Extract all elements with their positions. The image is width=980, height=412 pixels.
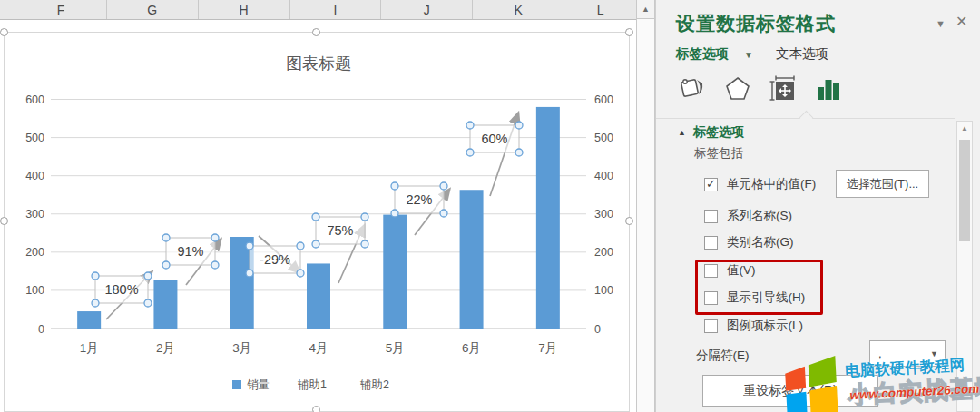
bar-5月[interactable] <box>383 215 407 329</box>
checkbox-icon[interactable]: ✓ <box>704 178 718 191</box>
scroll-up-icon[interactable]: ▲ <box>637 0 654 19</box>
label-handle-60%-0[interactable] <box>466 122 474 129</box>
checkbox-series-name[interactable]: ✓ 系列名称(S) <box>704 208 792 224</box>
column-header-g[interactable]: G <box>107 0 199 19</box>
chart-handle-left-middle[interactable] <box>0 217 8 225</box>
chart-handle-top-center[interactable] <box>312 28 320 36</box>
label-handle-180%-3[interactable] <box>144 299 152 307</box>
label-handle-75%-2[interactable] <box>312 240 319 248</box>
bar-6月[interactable] <box>460 190 484 329</box>
bar-1月[interactable] <box>77 311 101 329</box>
column-header-k[interactable]: K <box>473 0 564 19</box>
data-label-180%[interactable]: 180% <box>104 282 138 297</box>
label-handle--29%-1[interactable] <box>297 242 304 250</box>
label-handle-75%-3[interactable] <box>361 240 368 248</box>
label-handle-91%-3[interactable] <box>211 261 219 269</box>
pane-close-icon[interactable]: ✕ <box>956 13 967 30</box>
label-handle-60%-3[interactable] <box>515 149 523 156</box>
label-handle-75%-0[interactable] <box>312 213 319 221</box>
data-label-91%[interactable]: 91% <box>177 244 203 259</box>
chart-title[interactable]: 图表标题 <box>286 54 351 73</box>
data-label-22%[interactable]: 22% <box>406 192 432 207</box>
label-handle-22%-0[interactable] <box>391 182 398 190</box>
column-header-partial <box>0 0 15 19</box>
label-handle-180%-2[interactable] <box>92 299 99 307</box>
legend-marker-销量 <box>232 380 241 389</box>
separator-label: 分隔符(E) <box>696 348 750 364</box>
checkbox-icon[interactable]: ✓ <box>704 210 718 223</box>
checkbox-icon[interactable]: ✓ <box>704 319 718 333</box>
y-axis-tick-600: 600 <box>25 93 44 106</box>
tab-text-options[interactable]: 文本选项 <box>776 45 828 63</box>
scroll-up-icon[interactable]: ▲ <box>957 122 972 135</box>
tab-chevron-down-icon[interactable]: ▼ <box>744 50 753 60</box>
checkbox-value[interactable]: ✓ 值(V) <box>704 262 756 279</box>
pane-menu-chevron-down-icon[interactable]: ▼ <box>936 18 946 29</box>
label-handle--29%-3[interactable] <box>297 270 304 277</box>
chart-object[interactable]: 00100100200200300300400400500500600600图表… <box>4 32 630 412</box>
column-header-j[interactable]: J <box>381 0 473 19</box>
pane-icon-row <box>676 71 845 107</box>
chart-canvas: 00100100200200300300400400500500600600图表… <box>5 33 631 412</box>
legend-item-销量[interactable]: 销量 <box>247 378 270 391</box>
legend-item-辅助1[interactable]: 辅助1 <box>297 378 327 391</box>
label-handle-60%-1[interactable] <box>515 122 523 129</box>
select-range-button[interactable]: 选择范围(T)... <box>836 170 929 198</box>
checkbox-icon[interactable]: ✓ <box>704 291 718 305</box>
column-header-l[interactable]: L <box>564 0 636 19</box>
label-handle-180%-0[interactable] <box>92 272 99 280</box>
pane-scrollbar-thumb[interactable] <box>959 140 970 241</box>
bar-2月[interactable] <box>153 280 177 329</box>
chart-handle-top-right[interactable] <box>625 28 633 36</box>
checkbox-category-name[interactable]: ✓ 类别名称(G) <box>704 234 794 250</box>
label-handle-60%-2[interactable] <box>466 149 474 156</box>
size-properties-icon[interactable] <box>767 72 799 106</box>
tab-label-options[interactable]: 标签选项 <box>676 45 729 63</box>
label-contains-heading: 标签包括 <box>694 145 743 162</box>
y-axis-tick-500: 500 <box>25 132 44 144</box>
label-handle-180%-1[interactable] <box>144 272 152 280</box>
worksheet-scrollbar[interactable]: ▲ <box>636 0 655 412</box>
label-handle-91%-0[interactable] <box>162 234 170 241</box>
data-label-75%[interactable]: 75% <box>327 223 353 238</box>
column-header-h[interactable]: H <box>199 0 290 19</box>
section-label-options[interactable]: 标签选项 <box>693 124 744 141</box>
y-axis-tick-0: 0 <box>38 323 44 336</box>
column-header-row: F G H I J K L <box>0 0 636 20</box>
label-handle-91%-1[interactable] <box>211 234 219 241</box>
y-axis-tick-400: 400 <box>25 170 44 182</box>
effects-icon[interactable] <box>721 72 754 106</box>
y2-axis-tick-600: 600 <box>594 93 613 106</box>
bar-4月[interactable] <box>307 263 330 329</box>
label-handle--29%-2[interactable] <box>246 270 253 277</box>
label-handle-75%-1[interactable] <box>361 213 368 221</box>
column-header-i[interactable]: I <box>290 0 382 19</box>
y-axis-tick-100: 100 <box>25 284 44 297</box>
label-handle-22%-2[interactable] <box>391 210 398 217</box>
checkbox-legend-key[interactable]: ✓ 图例项标示(L) <box>704 318 803 334</box>
bar-7月[interactable] <box>536 107 560 329</box>
y2-axis-tick-100: 100 <box>594 284 613 297</box>
label-handle-22%-1[interactable] <box>440 182 447 190</box>
label-handle-22%-3[interactable] <box>440 210 447 217</box>
y2-axis-tick-200: 200 <box>594 246 613 259</box>
data-label--29%[interactable]: -29% <box>260 252 290 267</box>
chart-handle-right-middle[interactable] <box>625 217 633 225</box>
label-handle-91%-2[interactable] <box>162 261 170 269</box>
checkbox-icon[interactable]: ✓ <box>704 236 718 250</box>
checkbox-value-from-cells[interactable]: ✓ 单元格中的值(F) <box>704 176 816 192</box>
checkbox-show-leader-lines[interactable]: ✓ 显示引导线(H) <box>704 289 805 306</box>
y-axis-tick-300: 300 <box>25 208 44 221</box>
column-header-f[interactable]: F <box>15 0 107 19</box>
chart-handle-top-left[interactable] <box>0 28 8 36</box>
collapse-triangle-icon[interactable]: ▲ <box>678 128 686 137</box>
legend-item-辅助2[interactable]: 辅助2 <box>359 378 389 391</box>
pane-title: 设置数据标签格式 <box>676 11 836 36</box>
chart-handle-bottom-center[interactable] <box>312 406 320 412</box>
fill-line-icon[interactable] <box>676 72 709 106</box>
label-handle--29%-0[interactable] <box>246 242 253 250</box>
x-axis-label-2月: 2月 <box>156 341 175 355</box>
checkbox-icon[interactable]: ✓ <box>704 264 718 278</box>
label-options-icon[interactable] <box>812 72 845 106</box>
data-label-60%[interactable]: 60% <box>481 132 507 146</box>
